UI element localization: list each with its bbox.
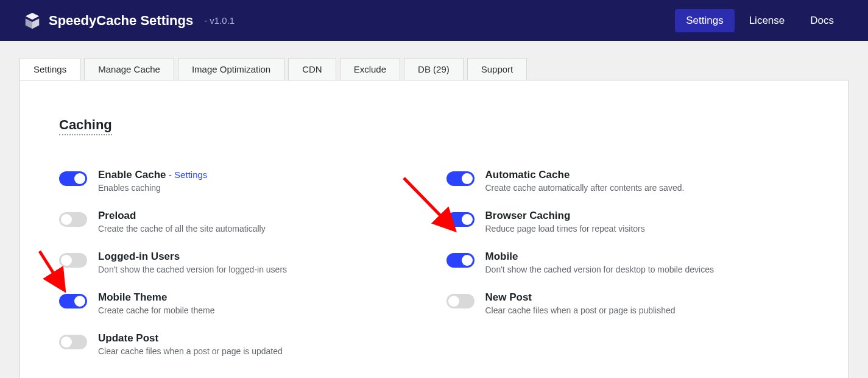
option-new-post: New Post Clear cache files when a post o… [446, 291, 810, 315]
toggle-mobile-theme[interactable] [59, 294, 87, 308]
top-nav: Settings License Docs [675, 9, 845, 32]
tab-cdn[interactable]: CDN [288, 58, 336, 80]
tab-manage-cache[interactable]: Manage Cache [84, 58, 174, 80]
option-mobile-theme: Mobile Theme Create cache for mobile the… [59, 291, 422, 315]
topnav-docs[interactable]: Docs [799, 9, 845, 32]
topnav-settings[interactable]: Settings [675, 9, 734, 32]
app-title: SpeedyCache Settings [49, 13, 193, 29]
option-title: Preload [98, 210, 266, 222]
toggle-browser-caching[interactable] [446, 212, 475, 227]
option-title: Enable Cache [98, 169, 166, 180]
toggle-new-post[interactable] [446, 294, 475, 308]
brand: SpeedyCache Settings - v1.0.1 [23, 12, 235, 30]
topnav-license[interactable]: License [738, 9, 796, 32]
option-desc: Create cache for mobile theme [98, 305, 214, 315]
speedycache-logo-icon [23, 12, 41, 30]
options-col-right: Automatic Cache Create cache automatical… [446, 169, 810, 373]
toggle-mobile[interactable] [446, 253, 475, 268]
option-link-settings[interactable]: - Settings [169, 169, 207, 180]
app-version: - v1.0.1 [204, 15, 235, 26]
option-title: Browser Caching [485, 210, 645, 222]
toggle-automatic-cache[interactable] [446, 171, 475, 186]
option-enable-cache: Enable Cache - Settings Enables caching [59, 169, 422, 193]
tab-exclude[interactable]: Exclude [340, 58, 400, 80]
options-col-left: Enable Cache - Settings Enables caching … [59, 169, 422, 373]
option-title: Automatic Cache [485, 169, 685, 181]
option-desc: Clear cache files when a post or page is… [485, 305, 676, 315]
option-title: Logged-in Users [98, 251, 287, 263]
option-desc: Create the cache of all the site automat… [98, 224, 266, 234]
section-title-caching: Caching [59, 117, 112, 135]
toggle-update-post[interactable] [59, 335, 87, 349]
toggle-preload[interactable] [59, 212, 87, 227]
option-title: Mobile [485, 251, 714, 263]
option-title: Mobile Theme [98, 291, 214, 304]
option-desc: Don't show the cached version for logged… [98, 265, 287, 274]
tab-support[interactable]: Support [467, 58, 528, 80]
option-title: New Post [485, 291, 676, 304]
option-logged-in-users: Logged-in Users Don't show the cached ve… [59, 251, 422, 274]
option-automatic-cache: Automatic Cache Create cache automatical… [446, 169, 810, 193]
option-desc: Reduce page load times for repeat visito… [485, 224, 645, 234]
option-update-post: Update Post Clear cache files when a pos… [59, 332, 422, 356]
option-desc: Enables caching [98, 183, 207, 193]
option-desc: Create cache automatically after content… [485, 183, 685, 193]
top-bar: SpeedyCache Settings - v1.0.1 Settings L… [0, 0, 868, 41]
option-browser-caching: Browser Caching Reduce page load times f… [446, 210, 810, 234]
option-mobile: Mobile Don't show the cached version for… [446, 251, 810, 274]
option-desc: Don't show the cached version for deskto… [485, 265, 714, 274]
toggle-logged-in-users[interactable] [59, 253, 87, 268]
settings-panel: Caching Enable Cache - Settings Enables … [19, 80, 849, 378]
tab-settings[interactable]: Settings [19, 58, 80, 80]
option-desc: Clear cache files when a post or page is… [98, 346, 283, 356]
toggle-enable-cache[interactable] [59, 171, 87, 186]
tab-db[interactable]: DB (29) [404, 58, 464, 80]
options-grid: Enable Cache - Settings Enables caching … [59, 169, 809, 373]
tabs-row: Settings Manage Cache Image Optimization… [0, 41, 868, 80]
option-title: Update Post [98, 332, 283, 344]
tab-image-optimization[interactable]: Image Optimization [178, 58, 284, 80]
option-preload: Preload Create the cache of all the site… [59, 210, 422, 234]
